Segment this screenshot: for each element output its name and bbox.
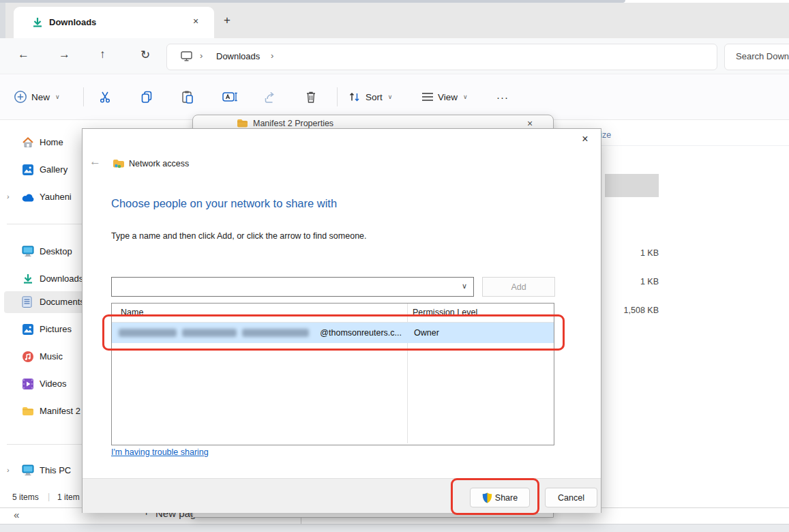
tab-downloads[interactable]: Downloads × [14, 7, 214, 38]
selected-file-row-remnant [605, 174, 659, 197]
dialog-close-icon[interactable]: × [578, 133, 593, 145]
rename-button[interactable] [222, 83, 238, 110]
folder-icon [22, 407, 34, 416]
downloads-icon [22, 273, 34, 285]
redacted-name-blob [242, 329, 309, 337]
back-icon[interactable]: ← [18, 48, 29, 61]
folder-icon [237, 119, 248, 128]
cancel-button[interactable]: Cancel [545, 488, 597, 507]
forward-icon[interactable]: → [59, 48, 70, 61]
new-chevron-icon: ∨ [55, 93, 60, 100]
properties-window-title: Manifest 2 Properties [253, 119, 333, 128]
sidebar-label: Home [40, 137, 63, 147]
share-button[interactable]: Share [470, 488, 530, 507]
collapse-pane-icon[interactable]: « [14, 509, 19, 520]
see-more-button[interactable]: ··· [496, 83, 509, 110]
sidebar-label: Videos [40, 379, 67, 389]
address-bar[interactable]: › Downloads › [166, 44, 717, 70]
redacted-name-blob [119, 329, 177, 337]
delete-button[interactable] [305, 83, 317, 110]
share-button-toolbar[interactable] [263, 83, 277, 110]
copy-icon [140, 90, 153, 104]
expand-chevron-icon[interactable]: › [7, 466, 10, 474]
dialog-title: Network access [129, 159, 189, 168]
trouble-sharing-link[interactable]: I'm having trouble sharing [111, 447, 209, 457]
videos-icon [22, 378, 34, 390]
cut-button[interactable] [99, 83, 113, 110]
dialog-instruction: Type a name and then click Add, or click… [111, 231, 367, 241]
owner-table-row[interactable]: @thomsonreuters.c... Owner [112, 323, 554, 343]
combobox-chevron-icon[interactable]: ∨ [462, 282, 467, 291]
sidebar-label: Yauheni [40, 192, 72, 202]
gallery-icon [22, 164, 34, 176]
file-size-value: 1,508 KB [600, 306, 659, 315]
rename-icon [222, 90, 238, 104]
dialog-back-icon[interactable]: ← [89, 155, 101, 168]
properties-close-icon[interactable]: × [527, 118, 533, 129]
redacted-name-blob [182, 329, 237, 337]
sort-button[interactable]: Sort ∨ [348, 83, 392, 110]
share-icon [263, 90, 277, 104]
uac-shield-icon [482, 492, 492, 503]
background-bottom-strip [0, 524, 789, 532]
sidebar-label: Gallery [40, 164, 68, 175]
new-plus-icon [14, 90, 27, 104]
sidebar-label: This PC [40, 465, 71, 475]
toolbar-divider [83, 87, 84, 106]
desktop-icon [22, 246, 34, 257]
sidebar-label: Desktop [40, 246, 72, 256]
new-button[interactable]: New ∨ [14, 83, 60, 110]
refresh-icon[interactable]: ↻ [140, 48, 150, 62]
file-size-value: 1 KB [600, 248, 659, 258]
sidebar-label: Documents [40, 297, 85, 307]
view-label: View [438, 92, 458, 102]
copy-button[interactable] [140, 83, 153, 110]
tab-title: Downloads [49, 17, 96, 27]
tab-bar: Downloads × + [0, 3, 789, 38]
people-combobox[interactable]: ∨ [111, 277, 474, 297]
paste-button[interactable] [181, 83, 194, 110]
permissions-table[interactable]: Name Permission Level @thomsonreuters.c.… [111, 303, 554, 445]
ellipsis-icon: ··· [496, 91, 509, 103]
sort-chevron-icon: ∨ [388, 93, 393, 100]
music-icon [22, 351, 34, 363]
dialog-footer: Share Cancel [83, 478, 601, 513]
search-input[interactable]: Search Downloads [724, 44, 789, 70]
status-divider: | [48, 492, 50, 501]
breadcrumb-separator-icon[interactable]: › [271, 50, 273, 61]
cut-icon [99, 90, 113, 104]
view-button[interactable]: View ∨ [421, 83, 468, 110]
new-tab-icon[interactable]: + [224, 14, 230, 27]
name-column-header[interactable]: Name [121, 308, 143, 317]
add-label: Add [511, 282, 526, 292]
sidebar-label: Downloads [40, 274, 83, 284]
up-icon[interactable]: ↑ [100, 48, 106, 61]
search-text: Search Downloads [736, 51, 789, 61]
items-count: 5 items [12, 492, 39, 502]
view-icon [421, 92, 434, 102]
breadcrumb-separator-icon[interactable]: › [200, 50, 203, 61]
expand-chevron-icon[interactable]: › [7, 192, 10, 201]
new-label: New [31, 92, 50, 102]
documents-icon [22, 296, 33, 308]
add-button[interactable]: Add [482, 277, 555, 297]
sort-icon [348, 91, 361, 103]
permission-column-header[interactable]: Permission Level [413, 308, 477, 317]
breadcrumb-downloads[interactable]: Downloads [216, 51, 260, 61]
network-access-dialog: × ← Network access Choose people on your… [82, 128, 601, 513]
tab-close-icon[interactable]: × [188, 16, 203, 27]
view-chevron-icon: ∨ [463, 93, 468, 100]
table-header: Name Permission Level [112, 304, 554, 323]
screen: « + New page Downloads × + ← → ↑ [0, 0, 789, 532]
sidebar-label: Pictures [40, 324, 72, 334]
owner-permission-level: Owner [414, 328, 439, 338]
pictures-icon [22, 323, 34, 336]
file-size-value: 1 KB [600, 277, 659, 286]
this-pc-icon[interactable] [181, 51, 192, 63]
sidebar-label: Music [40, 351, 63, 361]
sidebar-label: Manifest 2 [40, 406, 80, 416]
trash-icon [305, 90, 317, 104]
owner-email-domain: @thomsonreuters.c... [313, 328, 402, 338]
sort-label: Sort [366, 92, 383, 102]
dialog-heading: Choose people on your network to share w… [111, 197, 337, 210]
